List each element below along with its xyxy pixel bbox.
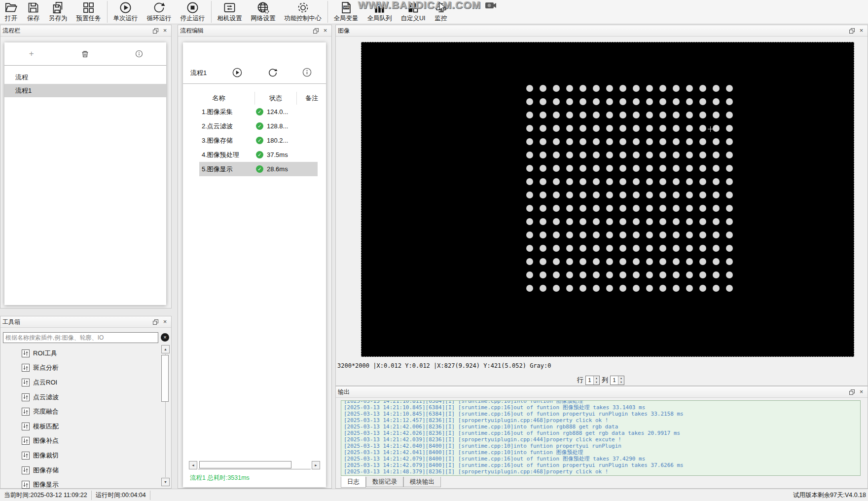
toolbox-item[interactable]: ROI工具 — [0, 346, 161, 361]
float-panel-icon[interactable] — [848, 27, 856, 35]
scroll-right-icon[interactable]: ► — [312, 461, 320, 469]
calibration-dot — [726, 138, 733, 145]
flow-editor-header: 流程1 — [183, 62, 326, 84]
calibration-dot — [726, 165, 733, 172]
col-spin-down-icon[interactable]: ▼ — [618, 380, 624, 385]
calibration-dot — [713, 85, 720, 92]
toolbar-button-save-as[interactable]: 另存为 — [44, 0, 72, 24]
float-panel-icon[interactable] — [151, 27, 160, 35]
step-row[interactable]: 1.图像采集✓124.0... — [199, 105, 318, 119]
calibration-dot — [659, 271, 666, 278]
log-viewer[interactable]: [2025-03-13 14:21:10.811][6384][I] [srun… — [341, 400, 861, 476]
calibration-dot — [540, 152, 546, 158]
toolbox-item[interactable]: 模板匹配 — [0, 419, 161, 434]
calibration-dot — [553, 152, 560, 158]
toolbar-button-network-settings[interactable]: 网络设置 — [247, 0, 280, 24]
toolbar-button-stop-run[interactable]: 停止运行 — [176, 0, 210, 24]
toolbar-button-run-once[interactable]: 单次运行 — [109, 0, 143, 24]
toolbox-item[interactable]: 图像补点 — [0, 434, 161, 449]
calibration-dot — [699, 245, 706, 252]
toolbox-item[interactable]: 点云ROI — [0, 375, 161, 390]
close-panel-icon[interactable]: × — [161, 27, 169, 35]
step-row[interactable]: 2.点云滤波✓128.8... — [199, 119, 318, 133]
calibration-dot — [579, 285, 586, 292]
calibration-dot — [686, 138, 693, 145]
calibration-dot — [673, 98, 680, 105]
float-panel-icon[interactable] — [848, 388, 856, 396]
flow-item[interactable]: 流程1 — [4, 84, 166, 97]
row-spinner[interactable]: 1 ▲▼ — [585, 376, 600, 385]
add-flow-button[interactable]: + — [25, 47, 38, 60]
toolbox-item[interactable]: 亮度融合 — [0, 404, 161, 419]
toolbar-button-preset-tasks[interactable]: 预置任务 — [72, 0, 106, 24]
toolbar-button-global-queue[interactable]: 全局队列 — [363, 0, 397, 24]
calibration-dot — [646, 192, 653, 198]
run-flow-icon[interactable] — [232, 68, 242, 77]
calibration-dot — [646, 258, 653, 265]
output-tab-模块输出[interactable]: 模块输出 — [403, 477, 441, 487]
hscroll-thumb[interactable] — [199, 461, 291, 468]
toolbar-button-save[interactable]: 保存 — [22, 0, 44, 24]
network-settings-icon — [256, 0, 270, 15]
plugin-icon — [22, 408, 30, 416]
close-panel-icon[interactable]: × — [857, 388, 866, 396]
calibration-dot — [593, 231, 600, 238]
calibration-dot — [686, 245, 693, 252]
row-spin-up-icon[interactable]: ▲ — [594, 376, 599, 381]
col-spin-up-icon[interactable]: ▲ — [618, 376, 624, 381]
toolbar-button-custom-ui[interactable]: 自定义UI — [397, 0, 430, 24]
toolbar-button-global-variables[interactable]: VAR全局变量 — [329, 0, 363, 24]
vscroll-thumb[interactable] — [161, 355, 169, 402]
toolbox-item[interactable]: 斑点分析 — [0, 361, 161, 376]
step-row[interactable]: 4.图像预处理✓37.5ms — [199, 148, 318, 162]
calibration-dot — [646, 125, 653, 132]
toolbox-titlebar: 工具箱 × — [0, 316, 171, 328]
col-spinner[interactable]: 1 ▲▼ — [610, 376, 624, 385]
output-tab-日志[interactable]: 日志 — [341, 476, 366, 488]
calibration-dot — [673, 152, 680, 158]
calibration-dot — [633, 192, 640, 198]
close-panel-icon[interactable]: × — [857, 27, 866, 35]
plugin-search-input[interactable] — [3, 332, 158, 343]
flow-info-icon[interactable] — [302, 68, 312, 77]
step-row[interactable]: 5.图像显示✓28.6ms — [199, 162, 318, 176]
toolbox-item[interactable]: 点云滤波 — [0, 390, 161, 405]
toolbar-button-function-control-center[interactable]: 功能控制中心 — [280, 0, 326, 24]
hscroll-track[interactable] — [198, 461, 311, 469]
calibration-dot — [579, 112, 586, 118]
toolbar-button-loop-run[interactable]: 循环运行 — [143, 0, 176, 24]
flow-editor-hscrollbar[interactable]: ◄ ► — [189, 461, 320, 469]
toolbox-vscrollbar[interactable]: ▲ ▼ — [161, 345, 170, 486]
toolbox-item[interactable]: 图像存储 — [0, 463, 161, 478]
float-panel-icon[interactable] — [151, 318, 160, 326]
toolbar-groups: 打开保存另存为预置任务单次运行循环运行停止运行相机设置网络设置功能控制中心VAR… — [0, 0, 452, 24]
row-spin-down-icon[interactable]: ▼ — [594, 380, 599, 385]
calibration-dot — [673, 138, 680, 145]
float-panel-icon[interactable] — [312, 27, 320, 35]
flow-info-button[interactable] — [133, 47, 145, 60]
calibration-dot — [579, 218, 586, 225]
clear-search-icon[interactable]: × — [161, 333, 169, 342]
refresh-flow-icon[interactable] — [268, 68, 278, 77]
close-panel-icon[interactable]: × — [321, 27, 329, 35]
calibration-dot — [593, 285, 600, 292]
image-viewport[interactable] — [361, 42, 854, 357]
step-row[interactable]: 3.图像存储✓180.2... — [199, 133, 318, 148]
scroll-up-icon[interactable]: ▲ — [161, 345, 170, 353]
toolbox-item[interactable]: 图像裁切 — [0, 448, 161, 463]
output-tab-数据记录[interactable]: 数据记录 — [366, 477, 403, 487]
calibration-dot — [540, 165, 546, 172]
close-panel-icon[interactable]: × — [161, 318, 169, 326]
calibration-dot — [633, 152, 640, 158]
delete-flow-button[interactable] — [79, 47, 92, 60]
toolbar-button-open-folder[interactable]: 打开 — [0, 0, 22, 24]
scroll-down-icon[interactable]: ▼ — [161, 478, 170, 486]
calibration-dot — [633, 112, 640, 118]
calibration-dot — [540, 178, 546, 185]
toolbar-button-camera-settings[interactable]: 相机设置 — [213, 0, 247, 24]
calibration-dot — [713, 192, 720, 198]
calibration-dot — [593, 112, 600, 118]
toolbar-separator — [211, 1, 212, 23]
scroll-left-icon[interactable]: ◄ — [189, 461, 197, 469]
toolbar-button-monitor[interactable]: 监控 — [430, 0, 452, 24]
